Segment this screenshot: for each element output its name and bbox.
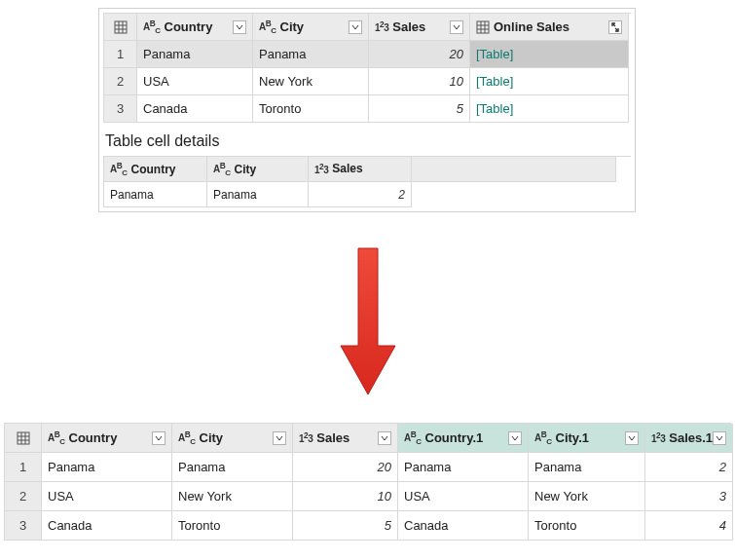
cell-country[interactable]: USA [42,482,172,511]
table-corner[interactable] [5,424,42,453]
cell-sales[interactable]: 5 [369,95,470,123]
text-type-icon: ABC [178,429,196,446]
cell-city[interactable]: New York [253,68,369,95]
col-label: Sales [332,162,362,175]
text-type-icon: ABC [110,161,128,177]
table-icon [17,431,30,445]
text-type-icon: ABC [48,429,65,446]
cell-sales[interactable]: 5 [293,511,398,541]
number-type-icon: 123 [651,430,665,444]
cell-city1[interactable]: Toronto [529,511,645,541]
detail-col-sales[interactable]: 123 Sales [309,157,412,182]
col-label: City [200,430,224,445]
cell-city[interactable]: New York [172,482,293,511]
cell-sales1[interactable]: 2 [645,453,733,482]
detail-cell-country[interactable]: Panama [104,182,207,207]
cell-online-sales[interactable]: [Table] [470,68,629,95]
dropdown-icon[interactable] [152,431,165,445]
row-header[interactable]: 1 [5,453,42,482]
col-label: City [235,163,257,176]
dropdown-icon[interactable] [378,431,391,445]
col-header-country[interactable]: ABC Country [137,14,253,41]
col-label: Sales [392,19,425,34]
cell-sales[interactable]: 10 [369,68,470,95]
table-type-icon [476,20,490,34]
col-header-country1[interactable]: ABC Country.1 [398,424,529,453]
dropdown-icon[interactable] [713,431,726,445]
source-panel: ABC Country ABC City 123 Sales Online Sa… [98,8,636,212]
col-label: Sales [316,430,349,445]
detail-col-country[interactable]: ABC Country [104,157,207,182]
text-type-icon: ABC [404,429,422,446]
detail-table: ABC Country ABC City 123 Sales Panama Pa… [103,156,631,207]
col-label: City.1 [556,430,589,445]
cell-city1[interactable]: New York [529,482,645,511]
cell-country[interactable]: Panama [137,41,253,68]
table-corner[interactable] [104,14,137,41]
row-header[interactable]: 3 [5,511,42,541]
cell-city[interactable]: Panama [172,453,293,482]
transform-arrow [329,243,407,399]
detail-cell-sales[interactable]: 2 [309,182,412,207]
col-label: Country.1 [425,430,484,445]
cell-city[interactable]: Panama [253,41,369,68]
detail-title: Table cell details [105,132,629,150]
detail-cell-empty [412,182,616,207]
detail-cell-city[interactable]: Panama [207,182,309,207]
cell-country[interactable]: USA [137,68,253,95]
col-header-sales[interactable]: 123 Sales [293,424,398,453]
expand-column-icon[interactable] [608,20,622,34]
cell-city[interactable]: Toronto [253,95,369,123]
col-header-city1[interactable]: ABC City.1 [529,424,645,453]
cell-city[interactable]: Toronto [172,511,293,541]
cell-country1[interactable]: Panama [398,453,529,482]
cell-online-sales[interactable]: [Table] [470,41,629,68]
text-type-icon: ABC [534,429,552,446]
cell-sales[interactable]: 20 [369,41,470,68]
number-type-icon: 123 [375,19,388,33]
text-type-icon: ABC [143,19,161,35]
table-icon [114,20,128,34]
col-label: Country [69,430,118,445]
col-header-online-sales[interactable]: Online Sales [470,14,629,41]
svg-rect-10 [18,432,29,444]
cell-country1[interactable]: USA [398,482,529,511]
col-header-sales1[interactable]: 123 Sales.1 [645,424,733,453]
detail-col-empty [412,157,616,182]
cell-sales1[interactable]: 4 [645,511,733,541]
detail-col-city[interactable]: ABC City [207,157,309,182]
cell-online-sales[interactable]: [Table] [470,95,629,123]
dropdown-icon[interactable] [508,431,522,445]
row-header[interactable]: 2 [5,482,42,511]
cell-country[interactable]: Canada [137,95,253,123]
col-header-sales[interactable]: 123 Sales [369,14,470,41]
row-header[interactable]: 1 [104,41,137,68]
dropdown-icon[interactable] [450,20,463,34]
dropdown-icon[interactable] [273,431,286,445]
cell-country[interactable]: Canada [42,511,172,541]
cell-sales[interactable]: 10 [293,482,398,511]
text-type-icon: ABC [213,161,231,177]
cell-country1[interactable]: Canada [398,511,529,541]
col-label: City [280,19,305,34]
cell-sales1[interactable]: 3 [645,482,733,511]
col-header-country[interactable]: ABC Country [42,424,172,453]
dropdown-icon[interactable] [625,431,639,445]
cell-city1[interactable]: Panama [529,453,645,482]
col-label: Country [131,163,176,176]
row-header[interactable]: 3 [104,95,137,123]
source-table: ABC Country ABC City 123 Sales Online Sa… [103,13,631,123]
number-type-icon: 123 [299,430,312,444]
cell-country[interactable]: Panama [42,453,172,482]
result-panel: ABC Country ABC City 123 Sales ABC Count… [4,423,731,541]
svg-rect-0 [115,21,127,33]
col-header-city[interactable]: ABC City [253,14,369,41]
cell-sales[interactable]: 20 [293,453,398,482]
dropdown-icon[interactable] [349,20,362,34]
col-label: Country [165,19,213,34]
col-label: Sales.1 [669,430,713,445]
dropdown-icon[interactable] [233,20,246,34]
result-table: ABC Country ABC City 123 Sales ABC Count… [4,423,731,541]
row-header[interactable]: 2 [104,68,137,95]
col-header-city[interactable]: ABC City [172,424,293,453]
